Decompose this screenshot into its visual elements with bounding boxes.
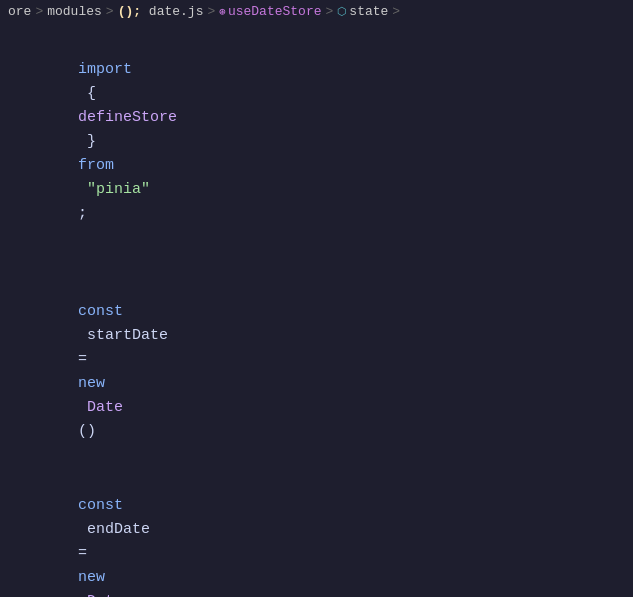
code-line-empty1 [0, 251, 633, 275]
breadcrumb-ore: ore [8, 4, 31, 19]
breadcrumb-sep-2: > [106, 4, 114, 19]
code-line-startdate: const startDate = new Date () [0, 275, 633, 469]
code-line-enddate: const endDate = new Date () [0, 469, 633, 597]
breadcrumb-sep-5: > [392, 4, 400, 19]
code-area: import { defineStore } from "pinia" ; co… [0, 23, 633, 597]
code-line-import: import { defineStore } from "pinia" ; [0, 33, 633, 251]
breadcrumb-state: ⬡state [337, 4, 388, 19]
breadcrumb-datejs: (); date.js [118, 4, 204, 19]
breadcrumb-usedatestore: ⊛useDateStore [219, 4, 321, 19]
breadcrumb-modules: modules [47, 4, 102, 19]
breadcrumb: ore > modules > (); date.js > ⊛useDateSt… [0, 0, 633, 23]
breadcrumb-sep-4: > [326, 4, 334, 19]
breadcrumb-sep-3: > [207, 4, 215, 19]
breadcrumb-sep-1: > [35, 4, 43, 19]
